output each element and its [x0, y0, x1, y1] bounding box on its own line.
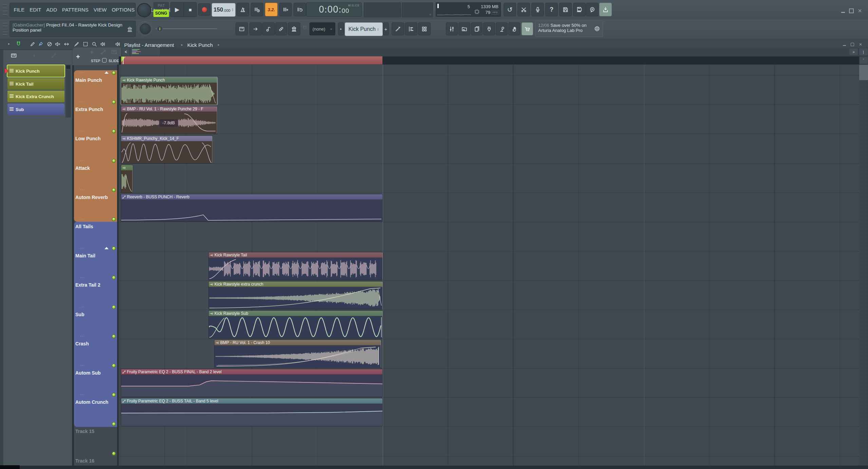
clip-header[interactable]: Fruity Parametric EQ 2 - BUSS FINAL - Ba… [121, 369, 382, 375]
picker-tab-automation[interactable] [51, 53, 57, 58]
menu-patterns[interactable]: PATTERNS [60, 7, 91, 13]
clip-header[interactable]: Reeverb - BUSS PUNCH - Reverb [121, 194, 382, 200]
channel-rack-shortcut-button[interactable] [418, 22, 431, 35]
link-button[interactable] [275, 22, 287, 35]
render-button[interactable] [573, 3, 586, 16]
clip-gain-badge[interactable]: -7.8dB [159, 119, 178, 127]
track-led-track-16[interactable] [112, 452, 116, 455]
chat-button[interactable] [586, 3, 599, 16]
pattern-selector[interactable]: Kick Punch ▲▼ [345, 22, 383, 36]
clip-header[interactable]: BMP - RU Vol. 1 - Crash 10 [214, 340, 381, 345]
add-pattern-button[interactable]: + [383, 22, 389, 35]
loop-record-button[interactable] [294, 3, 306, 16]
menu-file[interactable]: FILE [11, 7, 27, 13]
clip-kick-rawstyle-extra-crunch[interactable]: Kick Rawstyle extra crunch [209, 282, 383, 309]
clip-kshmr-punchy-kick-14-f[interactable]: KSHMR_Punchy_Kick_14_F [121, 136, 212, 163]
clip-header[interactable] [121, 165, 132, 170]
plugin-picker-button[interactable] [471, 22, 483, 35]
menu-edit[interactable]: EDIT [27, 7, 44, 13]
track-led-attack[interactable] [112, 159, 116, 163]
snap-selector[interactable]: (none) ▸ [309, 22, 335, 35]
edison-button[interactable] [517, 3, 530, 16]
menu-view[interactable]: VIEW [91, 7, 109, 13]
playlist-shortcut-button[interactable] [392, 22, 404, 35]
resource-monitor[interactable]: 5 1339 MB 79 FPS [436, 2, 501, 17]
pattern-item-kick-extra-crunch[interactable]: Kick Extra Crunch [7, 91, 64, 102]
scroll-right-button[interactable]: > [849, 48, 858, 56]
track-collapse-icon[interactable] [105, 71, 109, 74]
clip-kick-rawstyle-sub[interactable]: Kick Rawstyle Sub [209, 311, 383, 338]
stop-button[interactable]: ■ [184, 2, 196, 17]
mute-tool-icon[interactable] [55, 41, 60, 47]
track-led-autom-reverb[interactable] [112, 188, 116, 192]
playlist-snap-magnet-icon[interactable] [16, 41, 21, 47]
select-tool-icon[interactable] [83, 41, 88, 47]
add-track-button[interactable]: + [76, 53, 80, 61]
playlist-close-button[interactable]: ✕ [857, 41, 864, 48]
clip-header[interactable]: Fruity Parametric EQ 2 - BUSS TAIL - Ban… [121, 398, 382, 404]
save-button[interactable] [559, 3, 572, 16]
browser-shortcut-button[interactable] [458, 22, 470, 35]
position-slider-thumb[interactable] [157, 26, 163, 32]
mixer-shortcut-button[interactable] [446, 22, 458, 35]
master-volume-knob[interactable] [137, 3, 151, 17]
delete-tool-icon[interactable] [47, 41, 52, 47]
tempo-spinner[interactable]: ▲▼ [231, 8, 234, 12]
pattern-menu-button[interactable]: ▸ [338, 22, 344, 35]
window-maximize-button[interactable] [848, 7, 855, 15]
audio-clip-source-icon[interactable] [89, 49, 95, 55]
slip-tool-icon[interactable] [64, 41, 69, 47]
scroll-left-button[interactable]: < [122, 48, 130, 56]
timeline-selection[interactable] [121, 56, 382, 65]
window-close-button[interactable]: ✕ [856, 7, 864, 15]
playlist-maximize-button[interactable] [849, 41, 856, 48]
piano-roll-shortcut-button[interactable] [405, 22, 417, 35]
toolbar-grip[interactable] [3, 4, 7, 15]
zoom-tool-icon[interactable] [92, 41, 97, 47]
slide-notes-button[interactable] [262, 22, 275, 35]
breadcrumb-root[interactable]: Playlist - Arrangement [124, 42, 174, 48]
time-display[interactable]: M:S:CS 0:00: 00 [306, 2, 362, 17]
clip-header[interactable]: BMP - RU Vol. 1 - Rawstyle Punche 29 - F [121, 106, 217, 112]
pattern-item-kick-tail[interactable]: Kick Tail [7, 78, 64, 90]
clip-kick-rawstyle-punch[interactable]: Kick Rawstyle Punch [121, 77, 217, 105]
undo-button[interactable]: ↺ [504, 3, 516, 16]
scroll-end-button[interactable]: | [859, 48, 868, 56]
autoscroll-button[interactable] [249, 22, 262, 35]
remote-control-button[interactable] [496, 22, 508, 35]
shop-promo-banner[interactable]: 12/06 Save over 50% on Arturia Analog La… [535, 21, 603, 37]
record-button[interactable] [198, 3, 210, 16]
typing-keyboard-button[interactable] [235, 22, 248, 35]
shift-knob[interactable] [138, 21, 152, 36]
playlist-menu-arrow[interactable]: ▸ [8, 42, 10, 46]
arrangement-preview[interactable] [131, 48, 160, 56]
play-button[interactable]: ▶ [171, 2, 184, 17]
window-minimize-button[interactable] [839, 7, 847, 15]
slice-tool-icon[interactable] [74, 41, 79, 47]
pat-mode[interactable]: PAT [153, 2, 169, 9]
toolbar2-grip[interactable] [3, 23, 7, 35]
metronome-button[interactable] [237, 3, 249, 16]
shop-button[interactable] [522, 22, 533, 35]
clip-clip[interactable] [121, 165, 133, 193]
clip-bmp-ru-vol-1-crash-10[interactable]: BMP - RU Vol. 1 - Crash 10 [214, 340, 381, 367]
playback-tool-icon[interactable] [100, 41, 106, 47]
menu-add[interactable]: ADD [44, 7, 60, 13]
touch-controller-button[interactable] [508, 22, 520, 35]
clip-header[interactable]: Kick Rawstyle extra crunch [209, 282, 382, 287]
automation-source-icon[interactable] [100, 49, 106, 55]
clip-fruity-parametric-eq-2-buss-tail-band-5-level[interactable]: Fruity Parametric EQ 2 - BUSS TAIL - Ban… [121, 398, 382, 426]
playlist-minimize-button[interactable] [841, 41, 848, 48]
blend-notes-button[interactable] [279, 3, 292, 16]
menu-options[interactable]: OPTIONS [109, 7, 137, 13]
pattern-item-sub[interactable]: Sub [7, 104, 64, 115]
tempo-display[interactable]: 150.000 ▲▼ [212, 3, 235, 17]
pattern-item-kick-punch[interactable]: Kick Punch [7, 65, 64, 77]
help-button[interactable]: ? [545, 3, 558, 16]
vertical-scroll-track[interactable] [859, 56, 868, 466]
record-audio-button[interactable] [531, 3, 544, 16]
countdown-button[interactable]: 3.2. [265, 3, 278, 16]
clip-header[interactable]: Kick Rawstyle Tail [209, 252, 382, 258]
track-group-tails[interactable] [74, 222, 117, 427]
clip-reeverb-buss-punch-reverb[interactable]: Reeverb - BUSS PUNCH - Reverb [121, 194, 382, 221]
